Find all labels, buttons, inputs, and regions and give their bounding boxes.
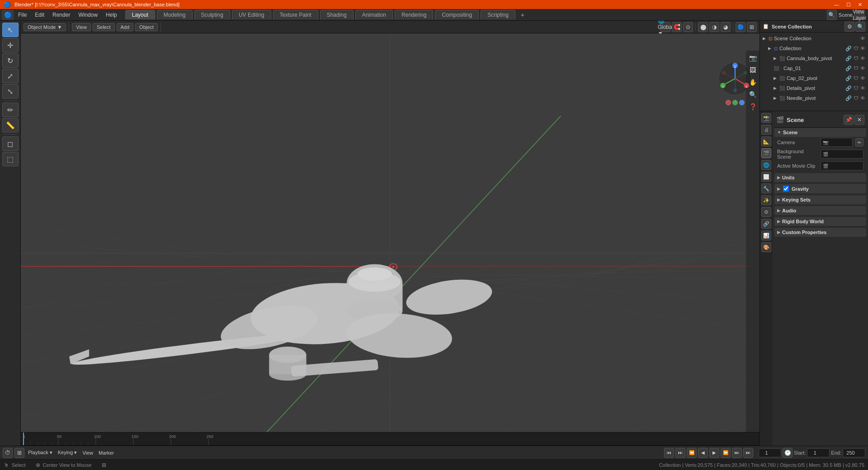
add-workspace-button[interactable]: +: [517, 10, 528, 20]
prop-tab-material[interactable]: 🎨: [761, 242, 771, 252]
timeline-scrubber-area[interactable]: 1 50 100 150 200 250: [21, 432, 760, 446]
tool-rotate[interactable]: ↻: [2, 53, 19, 68]
viewport-shading-solid[interactable]: ⬤: [698, 22, 708, 32]
prop-tab-scene[interactable]: 🎬: [761, 148, 771, 158]
overlay-btn[interactable]: 🔵: [736, 22, 745, 32]
proportional-btn[interactable]: ⊙: [683, 22, 693, 32]
step-forward-btn[interactable]: ⏩: [721, 448, 731, 458]
select-menu[interactable]: Select: [93, 23, 115, 31]
tab-sculpting[interactable]: Sculpting: [194, 10, 230, 19]
tool-transform[interactable]: ⤡: [2, 84, 19, 99]
menu-help[interactable]: Help: [102, 11, 121, 19]
start-frame-input[interactable]: [807, 448, 830, 457]
viewport[interactable]: Object Mode ▼ View Select Add Object 🌐 G…: [21, 21, 760, 456]
view-layer-button[interactable]: View Layer: [854, 10, 864, 20]
needle-eye[interactable]: 👁: [860, 95, 865, 101]
movie-clip-field[interactable]: 🎬: [821, 161, 863, 170]
outliner-cap01[interactable]: ⬛ Cap_01 🔗 🛡 👁: [760, 63, 868, 73]
camera-edit-btn[interactable]: ✏: [855, 138, 863, 146]
object-mode-dropdown[interactable]: Object Mode ▼: [24, 23, 66, 31]
gravity-section-header[interactable]: ▶ Gravity: [774, 184, 866, 193]
prop-tab-render[interactable]: 📸: [761, 113, 771, 123]
outliner-needle[interactable]: ▶ ⬛ Needle_pivot 🔗 🛡 👁: [760, 93, 868, 103]
fps-btn[interactable]: 🕐: [783, 448, 793, 458]
jump-start-btn[interactable]: ⏮: [664, 448, 674, 458]
outliner-cap02[interactable]: ▶ ⬛ Cap_02_pivot 🔗 🛡 👁: [760, 73, 868, 83]
playback-menu[interactable]: Playback ▾: [26, 449, 54, 456]
current-frame-input[interactable]: [759, 448, 781, 457]
jump-end-btn[interactable]: ⏭: [743, 448, 753, 458]
axis-gizmo[interactable]: Z X Y: [717, 61, 753, 97]
gravity-checkbox[interactable]: [783, 186, 789, 192]
scene-collection-eye[interactable]: 👁: [860, 36, 865, 41]
tab-scripting[interactable]: Scripting: [481, 10, 515, 19]
prop-tab-particles[interactable]: ✨: [761, 195, 771, 205]
play-btn[interactable]: ▶: [709, 448, 719, 458]
step-back-btn[interactable]: ⏪: [687, 448, 697, 458]
color-x-axis[interactable]: [726, 100, 731, 105]
prop-tab-physics[interactable]: ⚙: [761, 207, 771, 217]
menu-edit[interactable]: Edit: [31, 11, 48, 19]
tool-move[interactable]: ✛: [2, 38, 19, 52]
audio-section-header[interactable]: ▶ Audio: [774, 206, 866, 215]
cap02-eye[interactable]: 👁: [860, 75, 865, 81]
camera-field[interactable]: 📷: [821, 138, 853, 147]
tool-add-cube[interactable]: ◻: [2, 136, 19, 151]
keying-menu[interactable]: Keying ▾: [56, 449, 79, 456]
view-menu[interactable]: View: [72, 23, 91, 31]
timeline-icon[interactable]: ⏱: [3, 448, 13, 458]
add-menu[interactable]: Add: [117, 23, 134, 31]
tool-annotate[interactable]: ✏: [2, 103, 19, 117]
maximize-button[interactable]: ☐: [844, 1, 853, 8]
tab-rendering[interactable]: Rendering: [395, 10, 433, 19]
menu-file[interactable]: File: [14, 11, 30, 19]
cannula-body-eye[interactable]: 👁: [860, 56, 865, 61]
color-z-axis[interactable]: [739, 100, 745, 105]
color-y-axis[interactable]: [732, 100, 738, 105]
tool-cursor[interactable]: ↖: [2, 23, 19, 37]
tool-measure[interactable]: 📏: [2, 118, 19, 132]
prop-tab-constraints[interactable]: 🔗: [761, 219, 771, 229]
title-bar-controls[interactable]: — ☐ ✕: [832, 1, 864, 8]
tool-add-plane[interactable]: ⬚: [2, 152, 19, 166]
outliner-cannula-body[interactable]: ▶ ⬛ Cannula_body_pivot 🔗 🛡 👁: [760, 53, 868, 63]
keying-sets-section-header[interactable]: ▶ Keying Sets: [774, 195, 866, 204]
tab-layout[interactable]: Layout: [125, 10, 155, 19]
tab-animation[interactable]: Animation: [355, 10, 393, 19]
props-pin-btn[interactable]: 📌: [844, 115, 854, 125]
tab-uv-editing[interactable]: UV Editing: [232, 10, 271, 19]
xray-btn[interactable]: ⊞: [747, 22, 757, 32]
viewport-grid[interactable]: 📷 🖼 ✋ 🔍 ❓ Z X Y: [21, 33, 760, 456]
search-button[interactable]: 🔍: [827, 10, 837, 20]
object-menu[interactable]: Object: [135, 23, 158, 31]
custom-props-section-header[interactable]: ▶ Custom Properties: [774, 228, 866, 237]
blender-menu-icon[interactable]: 🔵: [2, 10, 14, 20]
outliner-filter-btn[interactable]: ⚙: [844, 22, 854, 32]
collection-eye[interactable]: 👁: [860, 46, 865, 51]
timeline-settings[interactable]: ⊞: [14, 448, 24, 458]
transform-global-btn[interactable]: 🌐 Global ▼: [660, 22, 670, 32]
tool-scale[interactable]: ⤢: [2, 69, 19, 83]
outliner-details[interactable]: ▶ ⬛ Details_pivot 🔗 🛡 👁: [760, 83, 868, 93]
snap-btn[interactable]: 🧲: [672, 22, 682, 32]
prop-tab-output[interactable]: 🖨: [761, 125, 771, 135]
viewport-shading-rendered[interactable]: ◕: [721, 22, 731, 32]
scene-section-header[interactable]: ▼ Scene: [774, 128, 866, 137]
jump-next-keyframe[interactable]: ⏭: [732, 448, 742, 458]
prop-tab-data[interactable]: 📊: [761, 230, 771, 240]
tab-texture-paint[interactable]: Texture Paint: [273, 10, 318, 19]
tab-compositing[interactable]: Compositing: [435, 10, 479, 19]
marker-menu[interactable]: Marker: [97, 449, 116, 456]
tab-shading[interactable]: Shading: [320, 10, 354, 19]
cap01-eye[interactable]: 👁: [860, 66, 865, 71]
props-close-btn[interactable]: ✕: [854, 115, 864, 125]
outliner-collection[interactable]: ▶ ⊡ Collection 🔗 🛡 👁: [760, 43, 868, 53]
details-eye[interactable]: 👁: [860, 85, 865, 91]
close-button[interactable]: ✕: [856, 1, 864, 8]
minimize-button[interactable]: —: [832, 1, 841, 8]
jump-prev-keyframe[interactable]: ⏭: [675, 448, 685, 458]
menu-render[interactable]: Render: [49, 11, 74, 19]
viewport-shading-material[interactable]: ◑: [709, 22, 719, 32]
outliner-scene-collection[interactable]: ▶ ⊡ Scene Collection 👁: [760, 33, 868, 43]
menu-window[interactable]: Window: [75, 11, 101, 19]
